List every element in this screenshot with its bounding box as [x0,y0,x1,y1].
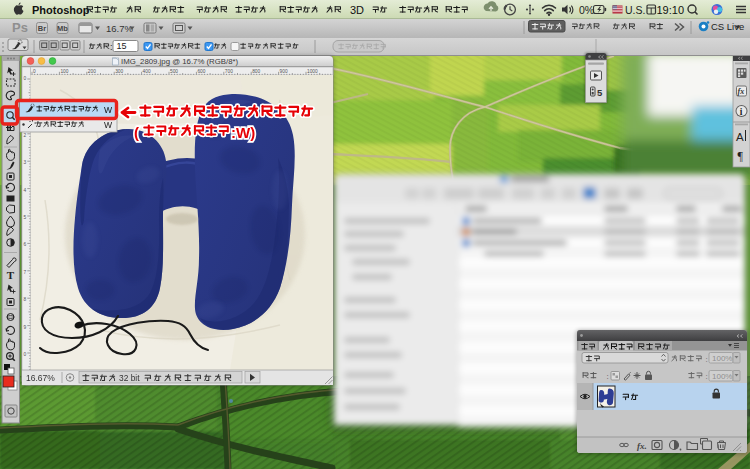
svg-text:5: 5 [24,215,27,220]
svg-text::: : [110,42,113,52]
svg-text:4: 4 [24,188,27,193]
svg-text:A: A [736,131,744,143]
svg-text:16.67%: 16.67% [26,373,55,383]
svg-text:300: 300 [115,69,123,74]
svg-text:3: 3 [24,160,27,165]
svg-text:9: 9 [24,325,27,330]
svg-text:600: 600 [197,69,205,74]
svg-text:IMG_2809.jpg @ 16.7% (RGB/8*): IMG_2809.jpg @ 16.7% (RGB/8*) [121,57,239,66]
svg-text:Br: Br [38,24,46,33]
svg-text:¶: ¶ [738,149,744,163]
svg-text:700: 700 [225,69,233,74]
svg-text:Ps: Ps [12,20,28,35]
svg-text:W: W [104,120,113,130]
svg-text:(: ( [134,124,139,141]
svg-text:Mb: Mb [57,24,68,33]
svg-text:32 bit: 32 bit [119,373,140,383]
svg-text:0%: 0% [579,4,594,16]
svg-text:800: 800 [252,69,260,74]
svg-text:100: 100 [60,69,68,74]
svg-text:100%: 100% [712,354,732,363]
svg-text:2: 2 [24,133,27,138]
svg-text:T: T [7,269,15,281]
svg-text:200: 200 [88,69,96,74]
svg-text:16.7%: 16.7% [106,23,133,34]
svg-text:500: 500 [170,69,178,74]
svg-text:7: 7 [24,270,27,275]
svg-text:0: 0 [24,76,27,81]
svg-text:5: 5 [597,87,603,98]
svg-text:U.S.: U.S. [625,4,645,16]
svg-text:fx.: fx. [637,441,647,451]
svg-text::: : [706,372,708,381]
svg-text:8: 8 [24,297,27,302]
svg-text:0: 0 [33,69,36,74]
svg-text:0: 0 [24,352,27,357]
svg-text:fx: fx [738,87,745,96]
svg-text:1000: 1000 [307,69,318,74]
svg-text::: : [607,372,609,381]
svg-text::: : [706,355,708,364]
svg-text:Photoshop: Photoshop [32,4,90,16]
svg-text:19:10: 19:10 [657,4,685,16]
svg-text:400: 400 [143,69,151,74]
svg-text:900: 900 [280,69,288,74]
svg-text:100%: 100% [712,372,732,381]
svg-text:15: 15 [117,41,127,51]
svg-text:W: W [104,105,113,115]
svg-text::W): :W) [231,124,255,141]
svg-text:i: i [740,107,743,117]
svg-text:6: 6 [24,242,27,247]
svg-text:3D: 3D [350,4,364,16]
